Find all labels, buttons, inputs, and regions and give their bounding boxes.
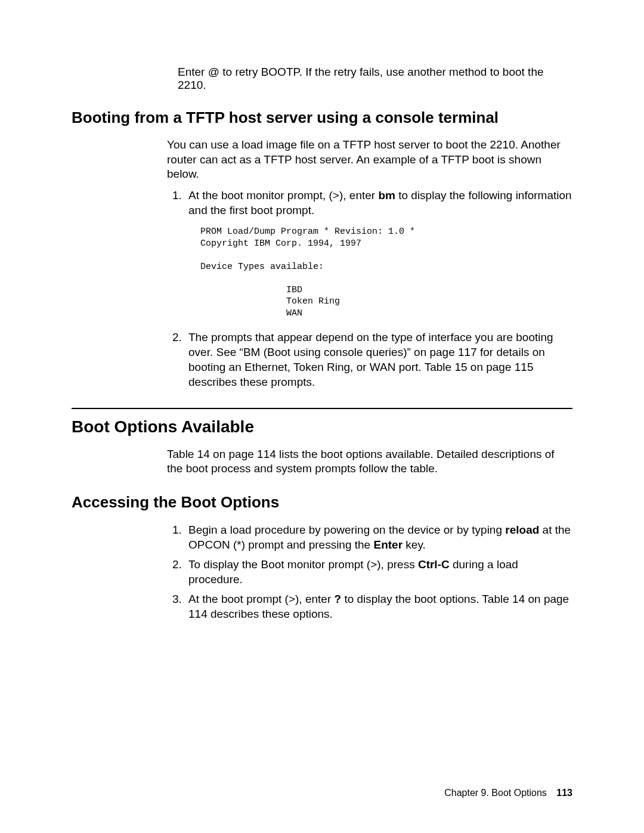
list-item: Begin a load procedure by powering on th… — [185, 522, 572, 552]
code-block: PROM Load/Dump Program * Revision: 1.0 *… — [200, 226, 572, 319]
list-item: At the boot monitor prompt, (>), enter b… — [185, 188, 572, 319]
text-fragment: At the boot monitor prompt, (>), enter — [188, 189, 378, 202]
text-fragment: At the boot prompt (>), enter — [188, 593, 335, 605]
bold-command: reload — [505, 524, 539, 536]
section1-list: At the boot monitor prompt, (>), enter b… — [167, 188, 572, 389]
list-item: The prompts that appear depend on the ty… — [185, 330, 572, 389]
bold-command: ? — [335, 593, 342, 605]
intro-text: Enter @ to retry BOOTP. If the retry fai… — [178, 66, 572, 92]
page: Enter @ to retry BOOTP. If the retry fai… — [0, 0, 644, 833]
bold-key: Ctrl-C — [418, 558, 450, 571]
bold-command: bm — [378, 189, 395, 202]
text-fragment: Begin a load procedure by powering on th… — [188, 524, 505, 536]
section2-paragraph: Table 14 on page 114 lists the boot opti… — [167, 447, 572, 476]
page-number: 113 — [556, 788, 572, 798]
section-heading-tftp: Booting from a TFTP host server using a … — [72, 109, 572, 127]
section1-paragraph: You can use a load image file on a TFTP … — [167, 138, 572, 182]
section-heading-accessing: Accessing the Boot Options — [72, 493, 572, 512]
text-fragment: key. — [402, 538, 426, 551]
text-fragment: The prompts that appear depend on the ty… — [188, 331, 553, 388]
section3-list: Begin a load procedure by powering on th… — [167, 522, 572, 621]
list-item: At the boot prompt (>), enter ? to displ… — [185, 592, 572, 621]
list-item: To display the Boot monitor prompt (>), … — [185, 557, 572, 587]
section-heading-boot-options: Boot Options Available — [72, 417, 572, 436]
section-divider — [72, 408, 572, 409]
bold-key: Enter — [373, 538, 402, 551]
text-fragment: To display the Boot monitor prompt (>), … — [188, 558, 418, 571]
chapter-label: Chapter 9. Boot Options — [444, 788, 547, 798]
page-footer: Chapter 9. Boot Options 113 — [444, 788, 572, 798]
